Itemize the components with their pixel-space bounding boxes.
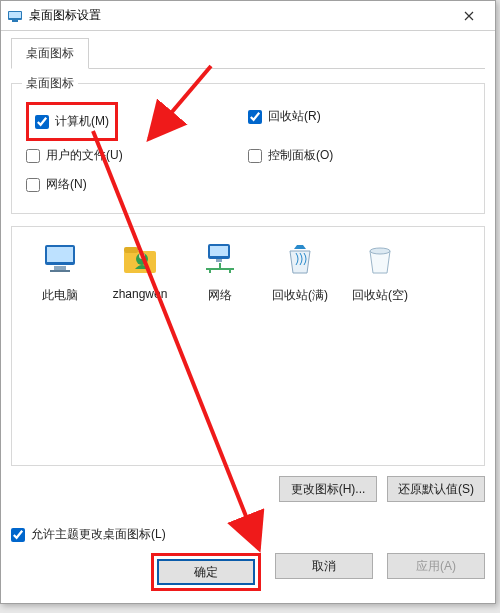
network-icon [200,239,240,279]
iconitem-user[interactable]: zhangwen [100,239,180,301]
ok-button[interactable]: 确定 [157,559,255,585]
icon-preview-pane: 此电脑 zhangwen 网络 回收站(满) [11,226,485,466]
checkbox-network[interactable]: 网络(N) [26,176,248,193]
system-icon [7,8,23,24]
icon-label: zhangwen [100,287,180,301]
recycle-empty-icon [360,239,400,279]
close-icon [464,11,474,21]
icon-label: 网络 [180,287,260,304]
icon-label: 回收站(满) [260,287,340,304]
checkbox-label: 允许主题更改桌面图标(L) [31,526,166,543]
iconitem-recycle-full[interactable]: 回收站(满) [260,239,340,304]
cancel-button[interactable]: 取消 [275,553,373,579]
svg-rect-5 [54,266,66,270]
svg-point-14 [370,248,390,254]
svg-rect-6 [50,270,70,272]
icon-buttons-row: 更改图标(H)... 还原默认值(S) [11,476,485,502]
checkbox-recycle[interactable]: 回收站(R) [248,108,470,125]
svg-rect-2 [12,20,18,22]
checkbox-label: 控制面板(O) [268,147,333,164]
iconitem-recycle-empty[interactable]: 回收站(空) [340,239,420,304]
svg-rect-1 [9,12,21,18]
tabstrip: 桌面图标 [11,37,485,69]
checkbox-computer[interactable]: 计算机(M) [35,113,109,130]
checkbox-label: 计算机(M) [55,113,109,130]
change-icon-button[interactable]: 更改图标(H)... [279,476,377,502]
titlebar: 桌面图标设置 [1,1,495,31]
dialog-window: 桌面图标设置 桌面图标 桌面图标 计算机(M) [0,0,496,604]
group-desktop-icons: 桌面图标 计算机(M) 回收站(R) [11,83,485,214]
apply-button[interactable]: 应用(A) [387,553,485,579]
svg-rect-8 [124,247,138,253]
restore-default-button[interactable]: 还原默认值(S) [387,476,485,502]
highlight-ok: 确定 [151,553,261,591]
svg-rect-4 [47,247,73,262]
svg-rect-12 [210,246,228,256]
user-folder-icon [120,239,160,279]
checkbox-label: 回收站(R) [268,108,321,125]
dialog-footer: 确定 取消 应用(A) [11,549,485,593]
monitor-icon [40,239,80,279]
icon-label: 此电脑 [20,287,100,304]
checkbox-allow-theme[interactable]: 允许主题更改桌面图标(L) [11,526,485,543]
client-area: 桌面图标 桌面图标 计算机(M) 回收站(R) [1,31,495,603]
highlight-computer: 计算机(M) [26,102,118,141]
checkbox-label: 网络(N) [46,176,87,193]
checkbox-userfiles[interactable]: 用户的文件(U) [26,147,248,164]
group-legend: 桌面图标 [22,75,78,92]
recycle-full-icon [280,239,320,279]
icon-label: 回收站(空) [340,287,420,304]
tab-desktop-icons[interactable]: 桌面图标 [11,38,89,69]
iconitem-network[interactable]: 网络 [180,239,260,304]
checkbox-controlpanel[interactable]: 控制面板(O) [248,147,470,164]
svg-point-10 [139,253,145,259]
svg-rect-13 [216,259,222,262]
iconitem-thispc[interactable]: 此电脑 [20,239,100,304]
window-title: 桌面图标设置 [29,7,449,24]
checkbox-label: 用户的文件(U) [46,147,123,164]
close-button[interactable] [449,2,489,30]
